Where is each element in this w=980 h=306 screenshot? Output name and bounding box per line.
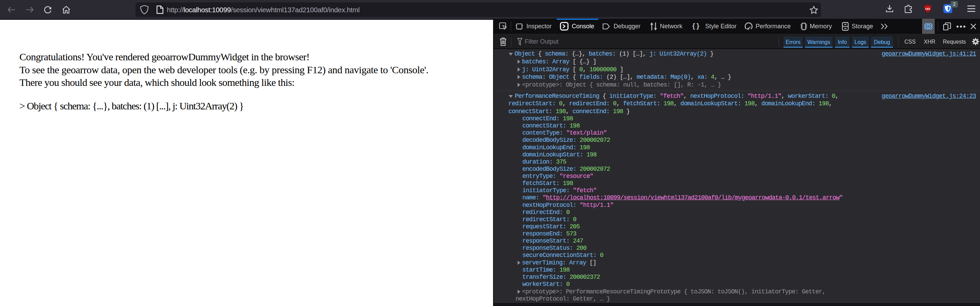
svg-text:UO: UO — [925, 7, 930, 11]
